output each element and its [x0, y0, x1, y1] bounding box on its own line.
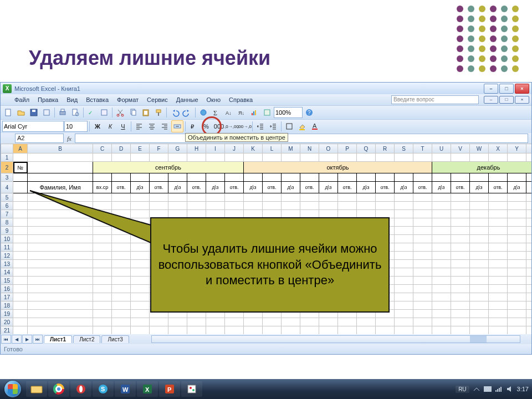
fill-color-icon[interactable]	[296, 120, 308, 132]
cell[interactable]	[395, 173, 413, 182]
cell[interactable]	[451, 252, 470, 260]
row-header[interactable]: 20	[1, 318, 13, 326]
cell[interactable]	[489, 277, 508, 285]
cell[interactable]: отв.	[263, 182, 282, 193]
row-header[interactable]: 8	[1, 218, 13, 227]
cell[interactable]	[13, 277, 28, 285]
cell[interactable]	[131, 227, 150, 235]
cell[interactable]	[93, 202, 112, 210]
sheet-tab[interactable]: Лист2	[73, 335, 100, 343]
col-header[interactable]: P	[338, 144, 357, 154]
fx-icon[interactable]: fx	[67, 135, 71, 142]
menu-tools[interactable]: Сервис	[144, 96, 171, 104]
cell[interactable]	[489, 243, 508, 252]
autosum-icon[interactable]: Σ	[210, 106, 222, 119]
new-file-icon[interactable]	[2, 106, 14, 119]
cell[interactable]	[395, 285, 413, 293]
cell[interactable]	[432, 277, 451, 285]
col-header[interactable]: T	[413, 144, 432, 154]
cell[interactable]	[508, 235, 526, 243]
cell[interactable]	[225, 173, 244, 182]
cell[interactable]	[526, 318, 532, 326]
cell[interactable]	[187, 193, 206, 202]
cell[interactable]	[112, 293, 131, 301]
cell[interactable]	[338, 173, 357, 182]
cell[interactable]: д\з	[319, 182, 338, 193]
cell[interactable]: отв.	[489, 182, 508, 193]
cell[interactable]	[13, 243, 28, 252]
cell[interactable]	[338, 154, 357, 162]
cell[interactable]	[489, 310, 508, 318]
cell[interactable]	[489, 210, 508, 218]
cell[interactable]: д\з	[282, 182, 300, 193]
cell[interactable]	[508, 277, 526, 285]
cell[interactable]: д\з	[432, 182, 451, 193]
cell[interactable]	[526, 154, 532, 162]
row-header[interactable]: 13	[1, 260, 13, 268]
cell[interactable]	[470, 202, 489, 210]
cell[interactable]: д\з	[206, 182, 225, 193]
cell[interactable]	[451, 193, 470, 202]
grid-row[interactable]: 4Фамилия, Имявх.сротв.д\зотв.д\зотв.д\зо…	[1, 182, 532, 193]
cell[interactable]	[413, 293, 432, 301]
cell[interactable]	[526, 210, 532, 218]
formula-bar[interactable]	[75, 134, 528, 143]
cell[interactable]	[451, 301, 470, 310]
sheet-tab[interactable]: Лист1	[44, 335, 72, 343]
cell[interactable]	[244, 154, 263, 162]
sort-desc-icon[interactable]: Я↓	[236, 106, 248, 119]
cell[interactable]	[28, 162, 93, 173]
tray-volume-icon[interactable]	[506, 385, 514, 393]
cell[interactable]: вх.ср	[93, 182, 112, 193]
cell[interactable]: декабрь	[432, 162, 532, 173]
cell[interactable]	[168, 202, 187, 210]
cell[interactable]: д\з	[168, 182, 187, 193]
cell[interactable]	[451, 285, 470, 293]
cell[interactable]	[13, 227, 28, 235]
cell[interactable]	[263, 154, 282, 162]
borders-icon[interactable]	[283, 120, 295, 132]
cell[interactable]	[451, 154, 470, 162]
permissions-icon[interactable]	[40, 106, 53, 119]
cell[interactable]	[470, 227, 489, 235]
cell[interactable]	[526, 218, 532, 227]
cell[interactable]	[508, 202, 526, 210]
cell[interactable]	[93, 285, 112, 293]
cell[interactable]: д\з	[244, 182, 263, 193]
cell[interactable]	[28, 173, 93, 182]
cell[interactable]	[206, 202, 225, 210]
col-header[interactable]: K	[244, 144, 263, 154]
tab-nav-first-icon[interactable]: ⏮	[1, 335, 11, 344]
cell[interactable]	[131, 260, 150, 268]
font-color-icon[interactable]: A	[309, 120, 321, 132]
col-header[interactable]: V	[451, 144, 470, 154]
cell[interactable]	[28, 301, 93, 310]
redo-icon[interactable]	[181, 106, 193, 119]
cell[interactable]	[526, 268, 532, 277]
cell[interactable]	[131, 210, 150, 218]
cell[interactable]	[489, 154, 508, 162]
cell[interactable]	[225, 154, 244, 162]
col-header[interactable]: W	[470, 144, 489, 154]
align-left-icon[interactable]	[133, 120, 145, 132]
cell[interactable]	[13, 268, 28, 277]
cell[interactable]	[489, 301, 508, 310]
cell[interactable]	[112, 310, 131, 318]
cell[interactable]	[93, 260, 112, 268]
cell[interactable]	[131, 173, 150, 182]
cell[interactable]	[244, 318, 263, 326]
taskbar-app-paint-icon[interactable]	[181, 381, 202, 397]
cell[interactable]	[432, 310, 451, 318]
row-header[interactable]: 12	[1, 252, 13, 260]
cell[interactable]	[244, 173, 263, 182]
col-header[interactable]: N	[300, 144, 319, 154]
cell[interactable]	[451, 173, 470, 182]
cell[interactable]	[131, 293, 150, 301]
cell[interactable]: отв.	[150, 182, 168, 193]
cell[interactable]	[187, 326, 206, 335]
cell[interactable]	[413, 326, 432, 335]
cell[interactable]	[112, 260, 131, 268]
cell[interactable]	[508, 326, 526, 335]
cell[interactable]	[451, 243, 470, 252]
cell[interactable]	[432, 243, 451, 252]
